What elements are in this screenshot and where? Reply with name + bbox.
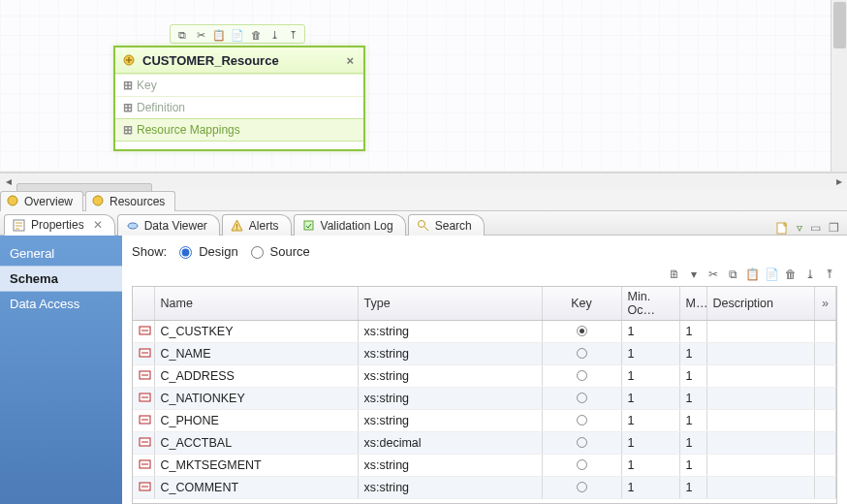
cell-key[interactable] [542,388,621,410]
maximize-icon[interactable]: ❐ [829,221,839,235]
import-icon[interactable]: ⤓ [267,27,282,43]
cell-key[interactable] [542,365,621,388]
cell-type[interactable]: xs:string [358,365,542,388]
cell-type[interactable]: xs:string [358,343,542,365]
node-section-definition[interactable]: ⊞Definition [115,96,363,118]
editor-tab-resources[interactable]: Resources [85,191,175,211]
node-section-resource-mappings[interactable]: ⊞Resource Mappings [115,118,363,142]
view-tab-properties[interactable]: Properties✕ [4,214,115,236]
cell-max[interactable]: 1 [679,365,706,388]
table-row[interactable]: C_ADDRESSxs:string11 [133,365,836,388]
cell-type[interactable]: xs:string [358,321,542,343]
schema-table[interactable]: Name Type Key Min. Oc… M… Description » … [133,287,836,499]
new-view-icon[interactable] [775,221,789,235]
cell-key[interactable] [542,477,621,499]
delete-icon[interactable]: 🗑 [248,27,264,43]
cell-description[interactable] [706,432,815,455]
cell-name[interactable]: C_NAME [154,343,358,365]
column-description[interactable]: Description [706,287,815,321]
cell-max[interactable]: 1 [679,432,706,455]
design-canvas[interactable]: ⧉✂📋📄🗑⤓⤒ CUSTOMER_Resource × ⊞Key ⊞Defini… [0,0,847,173]
view-tab-alerts[interactable]: !Alerts [222,214,292,236]
radio-source[interactable]: Source [246,243,310,259]
table-row[interactable]: C_CUSTKEYxs:string11 [133,321,836,343]
columns-overflow-icon[interactable]: » [815,287,836,321]
sidebar-item-general[interactable]: General [0,241,122,266]
column-min[interactable]: Min. Oc… [621,287,679,321]
cell-key[interactable] [542,321,621,343]
canvas-horizontal-scrollbar[interactable]: ◂ ▸ [0,173,847,189]
cell-max[interactable]: 1 [679,343,706,365]
paste-icon[interactable]: 📋 [211,27,227,43]
resource-node[interactable]: CUSTOMER_Resource × ⊞Key ⊞Definition ⊞Re… [113,46,365,151]
export-icon[interactable]: ⤒ [822,267,837,282]
paste2-icon[interactable]: 📄 [230,27,245,43]
export-icon[interactable]: ⤒ [285,27,300,43]
cell-description[interactable] [706,455,815,477]
cell-max[interactable]: 1 [679,410,706,432]
table-row[interactable]: C_MKTSEGMENTxs:string11 [133,455,836,477]
view-tab-search[interactable]: Search [408,214,485,236]
cell-description[interactable] [706,388,815,410]
column-name[interactable]: Name [154,287,358,321]
cell-name[interactable]: C_CUSTKEY [154,321,358,343]
cell-type[interactable]: xs:string [358,455,542,477]
column-type[interactable]: Type [358,287,542,321]
cell-min[interactable]: 1 [621,365,679,388]
copy-icon[interactable]: ⧉ [725,267,740,282]
view-tab-data-viewer[interactable]: Data Viewer [117,214,220,236]
cell-name[interactable]: C_PHONE [154,410,358,432]
minimize-icon[interactable]: ▭ [810,221,821,235]
cell-key[interactable] [542,343,621,365]
node-section-key[interactable]: ⊞Key [115,74,363,96]
expand-icon[interactable]: ⊞ [123,123,133,137]
table-row[interactable]: C_ACCTBALxs:decimal11 [133,432,836,455]
cell-min[interactable]: 1 [621,321,679,343]
cut-icon[interactable]: ✂ [706,267,721,282]
paste-icon[interactable]: 📋 [744,267,760,282]
canvas-vertical-scrollbar[interactable] [831,0,847,172]
cell-key[interactable] [542,432,621,455]
cell-key[interactable] [542,455,621,477]
table-row[interactable]: C_COMMENTxs:string11 [133,477,836,499]
cell-type[interactable]: xs:string [358,410,542,432]
cell-min[interactable]: 1 [621,343,679,365]
cell-min[interactable]: 1 [621,388,679,410]
cell-description[interactable] [706,343,815,365]
scroll-left-icon[interactable]: ◂ [0,173,16,190]
sidebar-item-schema[interactable]: Schema [0,266,122,292]
new-icon[interactable]: 🗎 [667,267,682,282]
delete-icon[interactable]: 🗑 [783,267,799,282]
cell-max[interactable]: 1 [679,321,706,343]
cell-description[interactable] [706,321,815,343]
dropdown-icon[interactable]: ▾ [686,267,702,282]
cell-min[interactable]: 1 [621,432,679,455]
expand-icon[interactable]: ⊞ [123,101,133,114]
paste2-icon[interactable]: 📄 [764,267,779,282]
column-icon[interactable] [133,287,154,321]
cell-name[interactable]: C_COMMENT [154,477,358,499]
table-row[interactable]: C_NATIONKEYxs:string11 [133,388,836,410]
cell-max[interactable]: 1 [679,455,706,477]
scroll-right-icon[interactable]: ▸ [831,173,847,190]
view-tab-validation-log[interactable]: Validation Log [294,214,406,236]
close-icon[interactable]: ✕ [93,218,103,232]
resource-node-header[interactable]: CUSTOMER_Resource × [115,47,363,74]
cell-name[interactable]: C_ADDRESS [154,365,358,388]
cell-min[interactable]: 1 [621,477,679,499]
cell-min[interactable]: 1 [621,410,679,432]
view-menu-icon[interactable]: ▿ [797,221,802,235]
sidebar-item-data-access[interactable]: Data Access [0,292,122,316]
cell-type[interactable]: xs:string [358,388,542,410]
cell-min[interactable]: 1 [621,455,679,477]
cell-description[interactable] [706,365,815,388]
cell-name[interactable]: C_NATIONKEY [154,388,358,410]
cell-key[interactable] [542,410,621,432]
cell-name[interactable]: C_MKTSEGMENT [154,455,358,477]
copy-icon[interactable]: ⧉ [174,27,190,43]
radio-design[interactable]: Design [174,243,237,259]
cell-name[interactable]: C_ACCTBAL [154,432,358,455]
import-icon[interactable]: ⤓ [802,267,818,282]
expand-icon[interactable]: ⊞ [123,79,133,92]
table-row[interactable]: C_PHONExs:string11 [133,410,836,432]
